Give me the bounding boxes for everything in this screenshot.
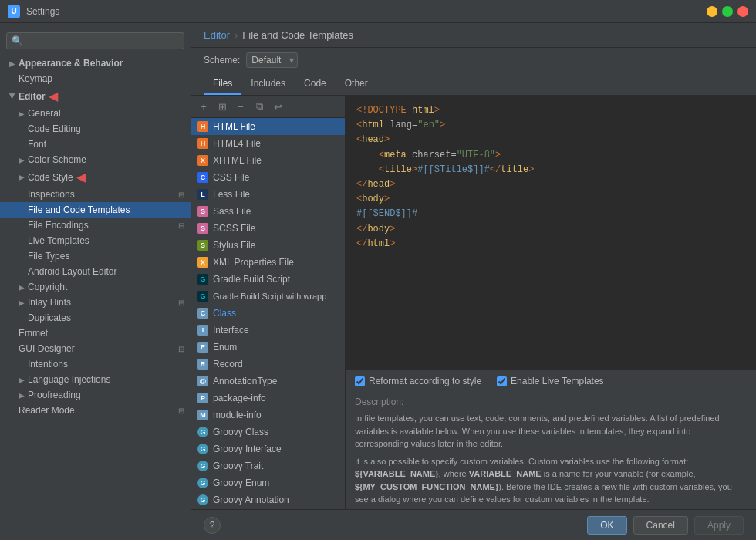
sidebar-item-code-style[interactable]: ▶ Code Style ◀	[0, 167, 191, 187]
sidebar-item-reader-mode[interactable]: Reader Mode ⊟	[0, 403, 191, 418]
file-item-package[interactable]: P package-info	[191, 390, 345, 407]
sidebar-item-file-types[interactable]: File Types	[0, 248, 191, 264]
breadcrumb-editor[interactable]: Editor	[204, 29, 230, 41]
duplicate-template-button[interactable]: ⧉	[251, 99, 267, 114]
file-item-record[interactable]: R Record	[191, 356, 345, 373]
sidebar-item-label: GUI Designer	[19, 343, 75, 354]
module-file-icon: M	[197, 410, 208, 420]
sidebar-item-appearance[interactable]: ▶ Appearance & Behavior	[0, 56, 191, 71]
sidebar-item-intentions[interactable]: Intentions	[0, 356, 191, 372]
file-item-less[interactable]: L Less File	[191, 186, 345, 203]
file-item-name: Interface	[213, 325, 249, 336]
file-item-html[interactable]: H HTML File	[191, 118, 345, 135]
sidebar-item-proofreading[interactable]: ▶ Proofreading	[0, 387, 191, 403]
sidebar-item-emmet[interactable]: Emmet	[0, 326, 191, 341]
file-item-enum[interactable]: E Enum	[191, 339, 345, 356]
tab-code[interactable]: Code	[295, 73, 336, 95]
reset-template-button[interactable]: ↩	[270, 99, 285, 114]
scheme-label: Scheme:	[204, 55, 240, 66]
annotation-arrow: ◀	[49, 89, 58, 103]
apply-button[interactable]: Apply	[694, 516, 744, 535]
cancel-button[interactable]: Cancel	[633, 516, 688, 535]
file-item-css[interactable]: C CSS File	[191, 169, 345, 186]
breadcrumb-separator: ›	[235, 29, 238, 41]
file-item-groovy-trait[interactable]: G Groovy Trait	[191, 457, 345, 474]
file-item-html4[interactable]: H HTML4 File	[191, 135, 345, 152]
live-templates-checkbox[interactable]	[497, 376, 507, 386]
sidebar-item-label: Android Layout Editor	[28, 266, 116, 277]
sidebar-item-file-encodings[interactable]: File Encodings ⊟	[0, 218, 191, 233]
maximize-button[interactable]	[722, 6, 733, 17]
reformat-checkbox-label[interactable]: Reformat according to style	[355, 376, 481, 386]
sidebar-item-general[interactable]: ▶ General	[0, 106, 191, 121]
scheme-select[interactable]: Default	[246, 52, 298, 68]
file-item-gradle[interactable]: G Gradle Build Script	[191, 271, 345, 288]
file-item-name: Less File	[213, 189, 250, 200]
minimize-button[interactable]	[707, 6, 717, 17]
file-item-scss[interactable]: S SCSS File	[191, 220, 345, 237]
sidebar-item-gui-designer[interactable]: GUI Designer ⊟	[0, 341, 191, 356]
file-item-xml[interactable]: X XML Properties File	[191, 254, 345, 271]
xml-file-icon: X	[197, 257, 208, 268]
stylus-file-icon: S	[197, 240, 208, 251]
live-templates-checkbox-label[interactable]: Enable Live Templates	[497, 376, 604, 386]
sidebar-item-duplicates[interactable]: Duplicates	[0, 310, 191, 326]
file-item-xhtml[interactable]: X XHTML File	[191, 152, 345, 169]
file-item-annotation[interactable]: @ AnnotationType	[191, 373, 345, 390]
sidebar-item-live-templates[interactable]: Live Templates	[0, 233, 191, 248]
tab-other[interactable]: Other	[336, 73, 377, 95]
remove-template-button[interactable]: −	[233, 99, 248, 114]
interface-file-icon: I	[197, 325, 208, 336]
file-item-name: Gradle Build Script	[213, 274, 290, 285]
file-list: + ⊞ − ⧉ ↩ H HTML File H HTML4 File	[191, 96, 346, 509]
sidebar-item-inlay-hints[interactable]: ▶ Inlay Hints ⊟	[0, 295, 191, 310]
search-box[interactable]: 🔍	[6, 32, 184, 49]
sidebar-item-label: Emmet	[19, 328, 48, 339]
sidebar-item-font[interactable]: Font	[0, 137, 191, 152]
sidebar-item-keymap[interactable]: Keymap	[0, 71, 191, 86]
code-line: <!DOCTYPE html>	[356, 103, 745, 118]
file-item-stylus[interactable]: S Stylus File	[191, 237, 345, 254]
file-item-module[interactable]: M module-info	[191, 407, 345, 424]
search-input[interactable]	[26, 35, 179, 46]
file-item-groovy-class[interactable]: G Groovy Class	[191, 424, 345, 440]
code-line: </html>	[356, 237, 745, 251]
code-area: <!DOCTYPE html> <html lang="en"> <head> …	[346, 96, 756, 509]
sidebar-item-label: Reader Mode	[19, 405, 75, 416]
content-area: Editor › File and Code Templates Scheme:…	[191, 23, 756, 540]
close-button[interactable]	[737, 6, 748, 17]
file-item-groovy-interface[interactable]: G Groovy Interface	[191, 440, 345, 457]
live-templates-label: Enable Live Templates	[511, 376, 604, 386]
help-button[interactable]: ?	[204, 517, 221, 534]
gradle-wrap-file-icon: G	[197, 291, 208, 302]
file-item-sass[interactable]: S Sass File	[191, 203, 345, 220]
sidebar-item-copyright[interactable]: ▶ Copyright	[0, 279, 191, 295]
file-item-groovy-annotation[interactable]: G Groovy Annotation	[191, 491, 345, 508]
file-item-groovy-enum[interactable]: G Groovy Enum	[191, 474, 345, 491]
html4-file-icon: H	[197, 138, 208, 149]
sidebar-item-inspections[interactable]: Inspections ⊟	[0, 187, 191, 202]
file-item-interface[interactable]: I Interface	[191, 322, 345, 339]
badge-icon: ⊟	[178, 345, 184, 353]
file-item-class[interactable]: C Class	[191, 305, 345, 322]
tab-includes[interactable]: Includes	[241, 73, 295, 95]
sidebar-item-code-editing[interactable]: Code Editing	[0, 121, 191, 137]
reformat-checkbox[interactable]	[355, 376, 365, 386]
sidebar-label: Appearance & Behavior	[19, 58, 123, 69]
code-editor[interactable]: <!DOCTYPE html> <html lang="en"> <head> …	[346, 96, 756, 369]
sidebar-item-editor[interactable]: ▶ Editor ◀	[0, 86, 191, 106]
gradle-file-icon: G	[197, 274, 208, 285]
tab-files[interactable]: Files	[204, 73, 241, 95]
sidebar-item-language-injections[interactable]: ▶ Language Injections	[0, 372, 191, 387]
sidebar-item-android-layout[interactable]: Android Layout Editor	[0, 264, 191, 279]
add-template-button[interactable]: +	[196, 99, 211, 114]
file-item-name: Groovy Annotation	[213, 494, 289, 505]
split-pane: + ⊞ − ⧉ ↩ H HTML File H HTML4 File	[191, 96, 756, 509]
file-item-name: XML Properties File	[213, 257, 294, 268]
file-item-gradle-wrap[interactable]: G Gradle Build Script with wrapp	[191, 288, 345, 305]
ok-button[interactable]: OK	[587, 516, 626, 535]
sidebar-item-color-scheme[interactable]: ▶ Color Scheme	[0, 152, 191, 167]
sidebar-item-file-code-templates[interactable]: File and Code Templates	[0, 202, 191, 218]
copy-template-button[interactable]: ⊞	[214, 99, 230, 114]
main-container: 🔍 ▶ Appearance & Behavior Keymap ▶ Edito…	[0, 23, 756, 540]
